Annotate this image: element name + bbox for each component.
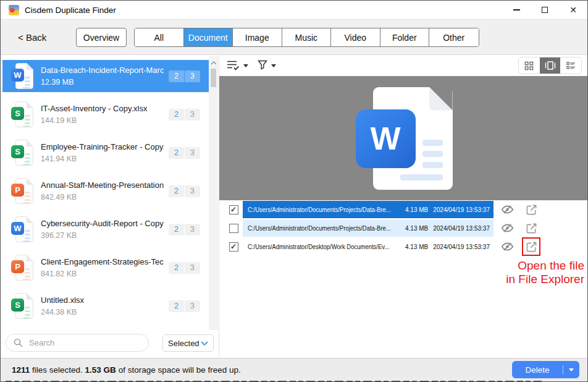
annotation-line-1: Open the file bbox=[506, 259, 584, 273]
file-name: IT-Asset-Inventory - Copy.xlsx bbox=[41, 104, 164, 113]
file-info-band: C:/Users/Administrator/Documents/Project… bbox=[243, 201, 494, 218]
file-type-icon: S bbox=[11, 101, 33, 128]
duplicate-count-badges: 2 3 bbox=[164, 300, 200, 312]
category-tab[interactable]: All bbox=[135, 28, 184, 46]
open-in-explorer-button[interactable] bbox=[524, 203, 538, 216]
duplicate-group-item[interactable]: W Cybersecurity-Audit-Report - Copy.... … bbox=[2, 213, 209, 245]
duplicate-count-badges: 2 3 bbox=[164, 224, 200, 236]
selected-count-badge: 2 bbox=[169, 262, 184, 274]
list-view-icon bbox=[566, 61, 576, 70]
file-preview-area: W bbox=[219, 76, 588, 200]
duplicate-file-row[interactable]: C:/Users/Administrator/Documents/Project… bbox=[219, 200, 588, 219]
caret-down-icon bbox=[569, 368, 574, 371]
duplicate-file-rows: C:/Users/Administrator/Documents/Project… bbox=[219, 200, 588, 256]
file-type-letter: W bbox=[11, 69, 24, 82]
file-type-icon: W bbox=[11, 216, 33, 243]
category-tab[interactable]: Video bbox=[331, 28, 380, 46]
annotation-line-2: in File Explorer bbox=[506, 273, 584, 286]
row-checkbox[interactable] bbox=[229, 224, 238, 233]
filter-menu-button[interactable] bbox=[258, 60, 276, 70]
search-icon bbox=[14, 338, 23, 347]
filter-caret-icon bbox=[271, 64, 276, 67]
duplicate-file-row[interactable]: C:/Users/Administrator/Desktop/Work Docu… bbox=[219, 237, 588, 256]
preview-view-button[interactable] bbox=[540, 57, 561, 74]
hide-preview-button[interactable] bbox=[500, 221, 514, 235]
search-field[interactable] bbox=[6, 334, 149, 352]
duplicate-group-item[interactable]: P Client-Engagement-Strategies-Tech... 8… bbox=[2, 252, 209, 284]
grid-view-button[interactable] bbox=[519, 57, 540, 74]
open-in-explorer-button[interactable] bbox=[524, 221, 538, 235]
file-type-icon: W bbox=[11, 62, 33, 90]
file-type-icon: P bbox=[11, 254, 33, 281]
chevron-down-icon bbox=[201, 341, 208, 346]
file-info-band: C:/Users/Administrator/Desktop/Work Docu… bbox=[243, 238, 494, 255]
file-path: C:/Users/Administrator/Desktop/Work Docu… bbox=[248, 244, 394, 250]
category-tab[interactable]: Folder bbox=[380, 28, 430, 46]
selection-filter-value: Selected bbox=[168, 339, 200, 348]
open-external-icon bbox=[526, 223, 537, 234]
file-name: Data-Breach-Incident-Report-Marc... bbox=[41, 66, 164, 75]
open-in-explorer-button[interactable] bbox=[524, 240, 538, 253]
list-view-button[interactable] bbox=[560, 57, 581, 74]
detail-panel: W C:/Users/Administrator/Documents/Proje… bbox=[219, 55, 588, 358]
category-tab[interactable]: Image bbox=[233, 28, 282, 46]
delete-button[interactable]: Delete bbox=[512, 361, 579, 378]
file-path: C:/Users/Administrator/Documents/Project… bbox=[248, 225, 394, 232]
file-date: 2024/04/19 13:53:37 bbox=[433, 225, 490, 232]
file-type-letter: P bbox=[11, 260, 24, 273]
window-title: Cisdem Duplicate Finder bbox=[25, 6, 116, 15]
file-size: 12.39 MB bbox=[41, 78, 164, 87]
selection-summary: 1211 files selected. 1.53 GB of storage … bbox=[12, 365, 241, 375]
app-logo-icon bbox=[9, 5, 19, 15]
sort-menu-button[interactable] bbox=[227, 60, 248, 70]
back-button[interactable]: < Back bbox=[18, 32, 46, 43]
title-bar: Cisdem Duplicate Finder ✕ bbox=[1, 1, 587, 20]
file-type-icon: P bbox=[11, 177, 33, 205]
duplicate-group-item[interactable]: S Untitled.xlsx 244.38 KB 2 3 bbox=[2, 290, 209, 322]
scrollbar-thumb[interactable] bbox=[211, 69, 216, 87]
hide-preview-button[interactable] bbox=[500, 203, 514, 216]
duplicate-group-item[interactable]: P Annual-Staff-Meeting-Presentation... 8… bbox=[2, 175, 209, 207]
scroll-up-icon[interactable] bbox=[209, 59, 218, 67]
duplicate-count-badges: 2 3 bbox=[164, 185, 200, 197]
close-button[interactable]: ✕ bbox=[559, 1, 587, 19]
hide-preview-button[interactable] bbox=[500, 240, 514, 253]
duplicate-group-list: W Data-Breach-Incident-Report-Marc... 12… bbox=[2, 60, 209, 322]
eye-slash-icon bbox=[501, 241, 514, 252]
minimize-button[interactable] bbox=[502, 1, 531, 19]
row-checkbox[interactable] bbox=[229, 242, 238, 252]
selection-filter-dropdown[interactable]: Selected bbox=[162, 334, 214, 352]
file-type-icon: S bbox=[11, 139, 33, 166]
preview-view-icon bbox=[545, 61, 556, 70]
category-tab[interactable]: Other bbox=[429, 28, 479, 46]
file-size: 4.13 MB bbox=[405, 225, 428, 232]
maximize-icon bbox=[542, 7, 548, 13]
file-meta: Annual-Staff-Meeting-Presentation... 842… bbox=[41, 180, 164, 202]
delete-dropdown-button[interactable] bbox=[563, 368, 579, 371]
category-tab[interactable]: Music bbox=[282, 28, 332, 46]
window-controls: ✕ bbox=[502, 1, 587, 19]
maximize-button[interactable] bbox=[531, 1, 559, 19]
file-date: 2024/04/19 13:53:37 bbox=[433, 206, 490, 213]
duplicate-group-item[interactable]: W Data-Breach-Incident-Report-Marc... 12… bbox=[2, 60, 209, 92]
duplicate-group-item[interactable]: S IT-Asset-Inventory - Copy.xlsx 144.19 … bbox=[2, 98, 209, 130]
row-checkbox[interactable] bbox=[229, 205, 238, 214]
search-input[interactable] bbox=[28, 337, 133, 348]
file-name: Employee-Training-Tracker - Copy.... bbox=[41, 142, 164, 151]
selected-count-badge: 2 bbox=[169, 224, 184, 236]
file-size: 244.38 KB bbox=[41, 308, 164, 316]
file-info-band: C:/Users/Administrator/Documents/Project… bbox=[243, 219, 494, 237]
eye-slash-icon bbox=[501, 204, 514, 215]
open-external-icon bbox=[526, 204, 537, 216]
overview-button[interactable]: Overview bbox=[76, 28, 127, 47]
category-tabs: All Document Image Music Video Folder Ot… bbox=[134, 28, 479, 47]
file-size: 4.13 MB bbox=[405, 206, 428, 213]
duplicate-group-item[interactable]: S Employee-Training-Tracker - Copy.... 1… bbox=[2, 137, 209, 169]
duplicate-file-row[interactable]: C:/Users/Administrator/Documents/Project… bbox=[219, 219, 588, 237]
total-count-badge: 3 bbox=[185, 70, 200, 82]
category-tab[interactable]: Document bbox=[184, 28, 233, 46]
file-path: C:/Users/Administrator/Documents/Project… bbox=[248, 206, 394, 213]
file-type-letter: P bbox=[11, 184, 24, 197]
freed-space-value: 1.53 GB bbox=[85, 365, 116, 375]
file-meta: Data-Breach-Incident-Report-Marc... 12.3… bbox=[41, 66, 164, 87]
